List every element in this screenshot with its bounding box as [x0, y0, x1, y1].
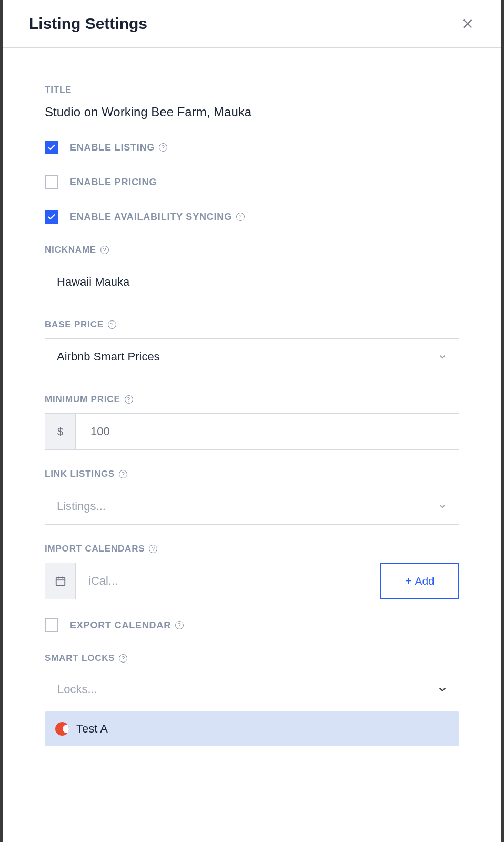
smart-locks-option[interactable]: Test A — [45, 711, 459, 746]
nickname-label: NICKNAME — [45, 245, 109, 255]
enable-availability-checkbox[interactable] — [45, 210, 58, 224]
enable-pricing-checkbox[interactable] — [45, 175, 58, 189]
nickname-input[interactable] — [45, 264, 459, 300]
title-value: Studio on Working Bee Farm, Mauka — [45, 105, 459, 119]
link-listings-select[interactable]: Listings... — [45, 488, 459, 525]
help-icon[interactable] — [175, 621, 184, 629]
modal-title: Listing Settings — [29, 15, 147, 33]
enable-availability-label: ENABLE AVAILABILITY SYNCING — [70, 212, 245, 223]
check-icon — [47, 212, 56, 222]
link-listings-section: LINK LISTINGS Listings... — [45, 469, 459, 525]
listing-settings-modal: Listing Settings TITLE Studio on Working… — [0, 0, 504, 842]
export-calendar-checkbox[interactable] — [45, 618, 58, 632]
export-calendar-row: EXPORT CALENDAR — [45, 618, 459, 632]
modal-header: Listing Settings — [3, 0, 501, 48]
chevron-down-icon — [438, 352, 447, 362]
smart-locks-dropdown: Locks... Test A — [45, 673, 459, 746]
help-icon[interactable] — [119, 470, 127, 478]
help-icon[interactable] — [159, 143, 167, 152]
help-icon[interactable] — [125, 395, 133, 404]
enable-availability-row: ENABLE AVAILABILITY SYNCING — [45, 210, 459, 224]
ical-group: + Add — [45, 563, 459, 599]
help-icon[interactable] — [108, 320, 116, 329]
add-calendar-button[interactable]: + Add — [380, 563, 459, 599]
min-price-label: MINIMUM PRICE — [45, 394, 133, 405]
plus-icon: + — [405, 575, 411, 587]
svg-rect-0 — [56, 578, 65, 586]
enable-pricing-row: ENABLE PRICING — [45, 175, 459, 189]
currency-addon: $ — [45, 414, 76, 449]
min-price-input-group: $ — [45, 413, 459, 450]
import-calendars-section: IMPORT CALENDARS + — [45, 544, 459, 599]
base-price-section: BASE PRICE Airbnb Smart Prices — [45, 319, 459, 375]
option-label: Test A — [76, 722, 108, 736]
help-icon[interactable] — [149, 545, 157, 553]
ical-input[interactable] — [76, 563, 380, 599]
chevron-down-icon — [438, 502, 447, 511]
link-listings-placeholder: Listings... — [57, 499, 426, 513]
chevron-down-icon — [437, 684, 448, 695]
close-icon[interactable] — [460, 16, 475, 31]
base-price-label: BASE PRICE — [45, 319, 116, 330]
calendar-addon — [45, 563, 76, 599]
min-price-section: MINIMUM PRICE $ — [45, 394, 459, 450]
smart-locks-section: SMART LOCKS Locks... Test A — [45, 653, 459, 746]
enable-pricing-label: ENABLE PRICING — [70, 177, 157, 188]
text-cursor — [56, 683, 56, 696]
base-price-value: Airbnb Smart Prices — [57, 350, 426, 364]
enable-listing-label: ENABLE LISTING — [70, 142, 167, 153]
import-calendars-label: IMPORT CALENDARS — [45, 544, 157, 554]
help-icon[interactable] — [236, 213, 245, 221]
base-price-select[interactable]: Airbnb Smart Prices — [45, 338, 459, 375]
calendar-icon — [55, 575, 66, 587]
help-icon[interactable] — [100, 246, 109, 254]
help-icon[interactable] — [119, 654, 127, 663]
enable-listing-checkbox[interactable] — [45, 141, 58, 154]
lock-brand-icon — [55, 722, 69, 736]
check-icon — [47, 143, 56, 152]
smart-locks-search[interactable]: Locks... — [45, 673, 459, 706]
smart-locks-label: SMART LOCKS — [45, 653, 127, 664]
enable-listing-row: ENABLE LISTING — [45, 141, 459, 154]
modal-body: TITLE Studio on Working Bee Farm, Mauka … — [3, 48, 501, 746]
min-price-input[interactable] — [76, 414, 459, 449]
export-calendar-label: EXPORT CALENDAR — [70, 620, 184, 631]
nickname-section: NICKNAME — [45, 245, 459, 300]
title-label: TITLE — [45, 85, 72, 95]
link-listings-label: LINK LISTINGS — [45, 469, 127, 479]
